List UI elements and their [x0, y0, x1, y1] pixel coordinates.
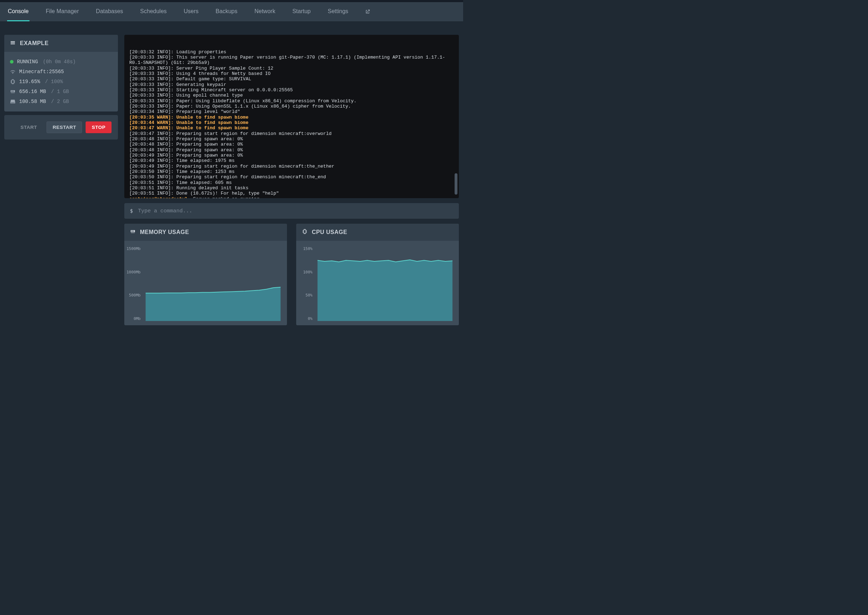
y-tick-label: 500Mb — [129, 293, 141, 298]
y-tick-label: 150% — [303, 247, 313, 251]
command-input[interactable] — [138, 208, 453, 214]
console-line: [20:03:33 INFO]: Server Ping Player Samp… — [129, 66, 454, 71]
address-row: Minecraft:25565 — [10, 67, 112, 77]
status-dot-icon — [10, 60, 14, 64]
console-line: [20:03:47 INFO]: Preparing start region … — [129, 131, 454, 136]
server-info-header: EXAMPLE — [4, 35, 118, 52]
disk-limit: / 2 GB — [51, 99, 69, 105]
tab-databases[interactable]: Databases — [95, 2, 124, 21]
console-line: [20:03:48 INFO]: Preparing spawn area: 0… — [129, 147, 454, 153]
cpu-row: 119.65% / 100% — [10, 77, 112, 87]
console-line: [20:03:35 WARN]: Unable to find spawn bi… — [129, 115, 454, 120]
tab-schedules[interactable]: Schedules — [140, 2, 168, 21]
console-line: [20:03:48 INFO]: Preparing spawn area: 0… — [129, 136, 454, 142]
disk-value: 100.58 MB — [19, 99, 46, 105]
y-tick-label: 100% — [303, 270, 313, 275]
console-line: [20:03:32 INFO]: Loading properties — [129, 49, 454, 55]
wifi-icon — [10, 69, 16, 75]
console-line: container@pterodactyl~ Server marked as … — [129, 197, 454, 198]
y-tick-label: 1500Mb — [126, 247, 141, 251]
tab-network[interactable]: Network — [254, 2, 276, 21]
cpu-usage-card: CPU USAGE 150%100%50%0% — [296, 224, 459, 325]
memory-card-header: MEMORY USAGE — [124, 224, 287, 241]
console-line: [20:03:33 INFO]: Default game type: SURV… — [129, 76, 454, 82]
command-input-row: $ — [124, 203, 459, 219]
console-line: [20:03:48 INFO]: Preparing spawn area: 0… — [129, 142, 454, 147]
nav-tabs: Console File Manager Databases Schedules… — [0, 2, 463, 21]
status-label: RUNNING — [17, 59, 38, 65]
server-info-card: EXAMPLE RUNNING (0h 0m 48s) Minecraft:25… — [4, 35, 118, 111]
console-line: [20:03:33 INFO]: Paper: Using OpenSSL 1.… — [129, 104, 454, 109]
y-tick-label: 1000Mb — [126, 270, 141, 275]
tab-backups[interactable]: Backups — [215, 2, 238, 21]
console-line: [20:03:49 INFO]: Time elapsed: 1975 ms — [129, 158, 454, 163]
console-line: [20:03:49 INFO]: Preparing start region … — [129, 164, 454, 169]
console-line: [20:03:33 INFO]: Starting Minecraft serv… — [129, 87, 454, 93]
tab-settings[interactable]: Settings — [327, 2, 349, 21]
external-link-icon[interactable] — [365, 9, 370, 14]
console-line: [20:03:50 INFO]: Preparing start region … — [129, 174, 454, 180]
y-tick-label: 0Mb — [134, 316, 141, 321]
start-button[interactable]: START — [14, 122, 43, 133]
y-tick-label: 50% — [306, 293, 312, 298]
cpu-card-header: CPU USAGE — [296, 224, 459, 241]
tab-console[interactable]: Console — [7, 2, 30, 21]
memory-chart — [146, 247, 281, 321]
console-line: [20:03:44 WARN]: Unable to find spawn bi… — [129, 120, 454, 125]
tab-users[interactable]: Users — [183, 2, 199, 21]
memory-icon — [10, 89, 16, 94]
y-tick-label: 0% — [308, 316, 312, 321]
console-line: [20:03:33 INFO]: Using 4 threads for Net… — [129, 71, 454, 76]
console-line: [20:03:33 INFO]: Generating keypair — [129, 82, 454, 87]
prompt-icon: $ — [130, 208, 133, 214]
memory-usage-card: MEMORY USAGE 1500Mb1000Mb500Mb0Mb — [124, 224, 287, 325]
restart-button[interactable]: RESTART — [47, 122, 82, 133]
mem-limit: / 1 GB — [51, 89, 69, 94]
console-line: [20:03:50 INFO]: Time elapsed: 1253 ms — [129, 169, 454, 174]
mem-value: 656.16 MB — [19, 89, 46, 94]
stop-button[interactable]: STOP — [86, 122, 111, 133]
address-value: Minecraft:25565 — [19, 69, 64, 75]
mem-row: 656.16 MB / 1 GB — [10, 87, 112, 97]
console-line: [20:03:34 INFO]: Preparing level "world" — [129, 109, 454, 114]
scrollbar-thumb[interactable] — [454, 173, 457, 195]
cpu-y-labels: 150%100%50%0% — [296, 247, 315, 321]
cpu-chart — [317, 247, 453, 321]
cpu-title: CPU USAGE — [312, 229, 347, 236]
layers-icon — [10, 40, 16, 47]
server-name: EXAMPLE — [20, 40, 48, 47]
microchip-icon — [10, 79, 16, 84]
console-line: [20:03:47 WARN]: Unable to find spawn bi… — [129, 125, 454, 131]
hdd-icon — [10, 99, 16, 105]
control-buttons: START RESTART STOP — [4, 115, 118, 139]
console-line: [20:03:33 INFO]: Using epoll channel typ… — [129, 93, 454, 98]
uptime: (0h 0m 48s) — [43, 59, 76, 65]
console-line: [20:03:51 INFO]: Time elapsed: 605 ms — [129, 180, 454, 185]
tab-startup[interactable]: Startup — [292, 2, 311, 21]
console-panel: [20:03:32 INFO]: Loading properties[20:0… — [124, 35, 459, 198]
console-line: [20:03:49 INFO]: Preparing spawn area: 0… — [129, 153, 454, 158]
tab-file-manager[interactable]: File Manager — [45, 2, 80, 21]
console-line: [20:03:51 INFO]: Done (18.672s)! For hel… — [129, 191, 454, 196]
memory-icon — [130, 229, 136, 236]
console-line: [20:03:51 INFO]: Running delayed init ta… — [129, 185, 454, 191]
console-line: [20:03:33 INFO]: This server is running … — [129, 55, 454, 66]
cpu-limit: / 100% — [45, 79, 63, 84]
microchip-icon — [302, 229, 308, 236]
console-output[interactable]: [20:03:32 INFO]: Loading properties[20:0… — [124, 35, 459, 198]
status-row: RUNNING (0h 0m 48s) — [10, 57, 112, 67]
memory-title: MEMORY USAGE — [140, 229, 189, 236]
memory-y-labels: 1500Mb1000Mb500Mb0Mb — [124, 247, 143, 321]
console-line: [20:03:33 INFO]: Paper: Using libdeflate… — [129, 98, 454, 104]
disk-row: 100.58 MB / 2 GB — [10, 97, 112, 106]
cpu-value: 119.65% — [19, 79, 40, 84]
